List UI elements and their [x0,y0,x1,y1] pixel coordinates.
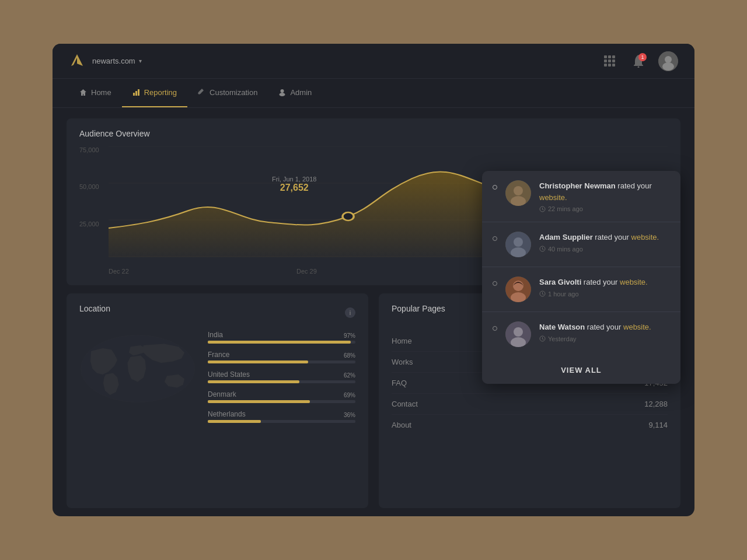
location-title: Location [79,304,110,313]
header-right: 1 [600,51,678,71]
grid-button[interactable] [600,52,619,71]
location-bar-usa: United States 62% [208,370,355,383]
nav-item-admin[interactable]: Admin [268,79,322,107]
location-info-icon[interactable]: i [345,307,355,318]
notif-text-3: Sara Givolti rated your website. [539,276,670,288]
svg-point-30 [514,327,523,337]
notif-time-4: Yesterday [539,335,670,342]
notif-item-1[interactable]: Christopher Newman rated your website. 2… [482,171,680,222]
notif-avatar-4 [505,321,531,347]
bar-chart-icon [132,89,140,96]
notif-text-4: Nate Watson rated your website. [539,321,670,333]
country-netherlands: Netherlands [208,410,355,418]
notification-badge: 1 [638,53,647,61]
notif-dot-2 [493,236,497,241]
svg-point-9 [281,89,284,93]
view-all-label: VIEW ALL [561,366,602,374]
notif-body-4: Nate Watson rated your website. Yesterda… [539,321,670,342]
location-bar-denmark: Denmark 69% [208,390,355,403]
notif-body-1: Christopher Newman rated your website. 2… [539,180,670,212]
svg-point-10 [280,93,285,96]
view-all-button[interactable]: VIEW ALL [482,356,680,384]
notif-item-2[interactable]: Adam Supplier rated your website. 40 min… [482,222,680,267]
site-label: newarts.com [92,57,135,65]
header-left: newarts.com ▾ [69,53,142,69]
notif-text-1: Christopher Newman rated your website. [539,180,670,203]
nav-label-customization: Customization [210,88,257,97]
user-avatar[interactable] [658,51,678,71]
bar-fill-india [208,341,351,344]
nav-label-home: Home [91,88,111,97]
notif-time-2: 40 mins ago [539,246,670,253]
pct-india: 97% [344,332,355,339]
svg-rect-6 [133,93,135,96]
notif-avatar-icon-3 [505,276,531,302]
clock-icon-4 [539,335,546,342]
svg-point-22 [514,237,523,247]
y-label-75k: 75,000 [79,146,99,153]
page-value-contact: 12,288 [644,400,668,408]
notif-time-text-4: Yesterday [548,335,577,342]
location-bar-india: India 97% [208,331,355,344]
svg-point-2 [638,66,640,68]
clock-icon-2 [539,246,546,252]
nav-label-admin: Admin [290,88,312,97]
notif-dot-1 [493,185,497,190]
svg-point-4 [665,56,672,63]
notif-item-4[interactable]: Nate Watson rated your website. Yesterda… [482,312,680,356]
header: newarts.com ▾ 1 [53,44,694,79]
notif-time-text-1: 22 mins ago [548,205,583,212]
notif-avatar-icon-2 [505,232,531,257]
pct-denmark: 69% [344,392,355,398]
page-name-faq: FAQ [392,379,407,387]
grid-icon [604,55,615,66]
bar-fill-denmark [208,400,310,403]
y-label-50k: 50,000 [79,183,99,190]
location-bar-netherlands: Netherlands 36% [208,410,355,423]
country-india: India [208,331,355,339]
page-row-contact: Contact 12,288 [392,394,668,415]
svg-rect-7 [135,91,137,96]
svg-rect-8 [138,89,139,96]
nav-item-home[interactable]: Home [69,79,122,107]
notif-avatar-icon-1 [505,180,531,206]
notif-item-3[interactable]: Sara Givolti rated your website. 1 hour … [482,267,680,312]
clock-icon-1 [539,206,546,212]
page-row-about: About 9,114 [392,415,668,435]
country-france: France [208,351,355,359]
notif-body-3: Sara Givolti rated your website. 1 hour … [539,276,670,298]
location-section: Location i [67,293,368,508]
main-content: Audience Overview 75,000 50,000 25,000 [53,108,694,516]
bar-fill-netherlands [208,420,261,423]
nav-item-customization[interactable]: Customization [187,79,268,107]
nav-label-reporting: Reporting [144,88,177,97]
site-selector[interactable]: newarts.com ▾ [92,57,142,65]
x-label-dec22: Dec 22 [109,268,129,275]
pct-usa: 62% [344,372,355,379]
svg-point-18 [514,186,523,195]
notif-time-1: 22 mins ago [539,205,670,212]
x-label-dec29: Dec 29 [296,268,317,275]
location-bar-france: France 68% [208,351,355,363]
pct-france: 68% [344,352,355,359]
logo-icon [69,53,85,69]
brush-icon [198,89,205,96]
notif-time-3: 1 hour ago [539,290,670,298]
notification-dropdown: Christopher Newman rated your website. 2… [482,171,680,384]
page-name-about: About [392,421,411,429]
notif-dot-4 [493,326,497,331]
nav: Home Reporting Customization Admin [53,79,694,108]
svg-point-5 [662,62,674,71]
page-name-home: Home [392,337,412,345]
bar-track-usa: 62% [208,380,355,383]
y-label-25k: 25,000 [79,220,99,228]
avatar-icon [658,51,678,71]
notif-avatar-icon-4 [505,321,531,347]
notif-avatar-2 [505,232,531,257]
notification-button[interactable]: 1 [629,52,648,71]
nav-item-reporting[interactable]: Reporting [122,79,187,107]
notif-avatar-3 [505,276,531,302]
app-window: newarts.com ▾ 1 [53,44,694,516]
world-map-icon [79,331,196,407]
clock-icon-3 [539,290,546,297]
